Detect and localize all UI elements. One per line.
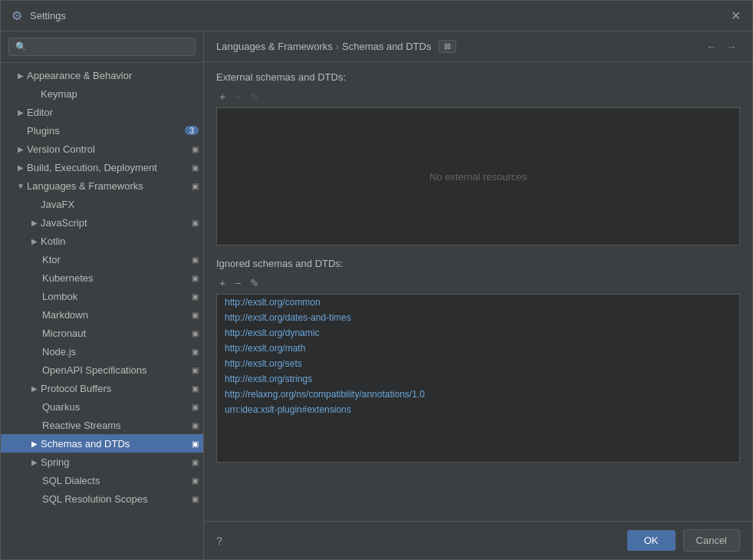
chevron-right-icon: ▶ (15, 108, 27, 117)
sidebar-item-quarkus[interactable]: Quarkus ▣ (1, 397, 203, 416)
sidebar-item-sql-dialects[interactable]: SQL Dialects ▣ (1, 471, 203, 489)
back-button[interactable]: ← (703, 41, 720, 53)
sidebar-item-micronaut[interactable]: Micronaut ▣ (1, 324, 203, 342)
sidebar-item-label: Keymap (41, 88, 203, 100)
sidebar-item-label: Schemas and DTDs (41, 438, 192, 450)
bottom-bar: ? OK Cancel (204, 521, 752, 559)
sidebar-item-plugins[interactable]: Plugins 3 (1, 121, 203, 140)
ignored-remove-button[interactable]: − (232, 275, 244, 291)
list-item[interactable]: urn:idea:xslt-plugin#extensions (217, 402, 739, 417)
sidebar-item-openapi[interactable]: OpenAPI Specifications ▣ (1, 361, 203, 379)
external-schemas-title: External schemas and DTDs: (216, 71, 740, 83)
sidebar-item-label: Node.js (42, 346, 192, 357)
help-button[interactable]: ? (216, 535, 222, 547)
breadcrumb-schemas: Schemas and DTDs (342, 41, 431, 52)
sidebar-item-label: Languages & Frameworks (27, 180, 192, 192)
external-remove-button[interactable]: − (232, 89, 244, 104)
list-item[interactable]: http://exslt.org/math (217, 341, 739, 356)
nav-tree: ▶ Appearance & Behavior Keymap ▶ Editor … (1, 63, 203, 559)
chevron-right-icon: ▶ (28, 440, 41, 448)
sidebar-item-reactive-streams[interactable]: Reactive Streams ▣ (1, 416, 203, 434)
sidebar-item-languages-frameworks[interactable]: ▼ Languages & Frameworks ▣ (1, 176, 203, 195)
sidebar-item-editor[interactable]: ▶ Editor (1, 103, 203, 121)
external-schemas-list: No external resources (216, 107, 740, 245)
main-content: ▶ Appearance & Behavior Keymap ▶ Editor … (1, 31, 752, 559)
ignored-edit-button[interactable]: ✎ (247, 275, 262, 291)
panel-body: External schemas and DTDs: + − ✎ No exte… (204, 62, 752, 521)
collapse-icon: ▣ (192, 384, 199, 393)
sidebar-item-label: Protocol Buffers (41, 383, 192, 394)
close-button[interactable]: ✕ (728, 8, 743, 23)
sidebar-item-schemas-dtds[interactable]: ▶ Schemas and DTDs ▣ (1, 434, 203, 453)
sidebar-item-protocol-buffers[interactable]: ▶ Protocol Buffers ▣ (1, 379, 203, 397)
sidebar-item-kubernetes[interactable]: Kubernetes ▣ (1, 268, 203, 287)
sidebar-item-lombok[interactable]: Lombok ▣ (1, 287, 203, 305)
breadcrumb-separator: › (336, 41, 339, 52)
sidebar-item-label: Kotlin (41, 236, 203, 247)
plugins-badge: 3 (185, 126, 199, 135)
chevron-right-icon: ▶ (28, 237, 41, 245)
sidebar-item-label: Ktor (42, 254, 192, 265)
breadcrumb: Languages & Frameworks › Schemas and DTD… (216, 40, 456, 53)
search-input[interactable] (8, 38, 196, 56)
sidebar-item-label: Build, Execution, Deployment (27, 162, 192, 173)
panel-navigation: ← → (703, 41, 740, 53)
external-edit-button[interactable]: ✎ (247, 89, 262, 104)
collapse-icon: ▣ (192, 476, 199, 485)
sidebar-item-label: OpenAPI Specifications (42, 364, 192, 376)
ignored-add-button[interactable]: + (216, 275, 229, 291)
sidebar-item-kotlin[interactable]: ▶ Kotlin (1, 232, 203, 250)
no-external-resources-text: No external resources (429, 171, 527, 183)
sidebar-item-build-execution[interactable]: ▶ Build, Execution, Deployment ▣ (1, 158, 203, 176)
chevron-right-icon: ▶ (15, 145, 27, 153)
sidebar-item-label: JavaScript (41, 217, 192, 229)
list-item[interactable]: http://exslt.org/dates-and-times (217, 310, 739, 325)
sidebar-item-keymap[interactable]: Keymap (1, 84, 203, 103)
sidebar-item-label: Editor (27, 107, 203, 118)
collapse-icon: ▣ (192, 458, 199, 466)
sidebar-item-spring[interactable]: ▶ Spring ▣ (1, 453, 203, 471)
title-bar: ⚙ Settings ✕ (1, 1, 752, 31)
right-panel: Languages & Frameworks › Schemas and DTD… (204, 31, 752, 559)
sidebar-item-label: Quarkus (42, 401, 192, 413)
chevron-right-icon: ▶ (15, 163, 27, 172)
sidebar-item-markdown[interactable]: Markdown ▣ (1, 305, 203, 324)
list-item[interactable]: http://exslt.org/sets (217, 356, 739, 371)
sidebar-item-label: SQL Dialects (42, 475, 192, 486)
sidebar-item-sql-resolution-scopes[interactable]: SQL Resolution Scopes ▣ (1, 489, 203, 508)
sidebar-item-label: Markdown (42, 309, 192, 321)
sidebar-item-label: Kubernetes (42, 272, 192, 284)
list-item[interactable]: http://exslt.org/common (217, 295, 739, 310)
collapse-icon: ▣ (192, 348, 199, 356)
sidebar-item-label: Plugins (27, 125, 185, 137)
sidebar-item-label: Appearance & Behavior (27, 70, 203, 81)
ok-button[interactable]: OK (627, 530, 676, 551)
search-bar (1, 31, 203, 63)
chevron-right-icon: ▶ (28, 384, 41, 393)
sidebar-item-javascript[interactable]: ▶ JavaScript ▣ (1, 213, 203, 232)
breadcrumb-languages: Languages & Frameworks (216, 41, 333, 52)
external-add-button[interactable]: + (216, 89, 229, 104)
list-item[interactable]: http://relaxng.org/ns/compatibility/anno… (217, 387, 739, 402)
cancel-button[interactable]: Cancel (683, 529, 740, 552)
breadcrumb-tab-button[interactable]: ⊠ (439, 40, 456, 53)
sidebar-item-label: SQL Resolution Scopes (42, 493, 192, 505)
collapse-icon: ▣ (192, 495, 199, 503)
sidebar-item-label: Version Control (27, 143, 192, 155)
collapse-icon: ▣ (192, 274, 199, 282)
collapse-icon: ▣ (192, 255, 199, 264)
external-schemas-toolbar: + − ✎ (216, 89, 740, 104)
sidebar-item-javafx[interactable]: JavaFX (1, 195, 203, 213)
sidebar-item-nodejs[interactable]: Node.js ▣ (1, 342, 203, 361)
forward-button[interactable]: → (723, 41, 740, 53)
sidebar-item-appearance-behavior[interactable]: ▶ Appearance & Behavior (1, 66, 203, 84)
list-item[interactable]: http://exslt.org/strings (217, 371, 739, 387)
ignored-schemas-title: Ignored schemas and DTDs: (216, 258, 740, 269)
chevron-right-icon: ▶ (15, 71, 27, 80)
collapse-icon: ▣ (192, 440, 199, 448)
list-item[interactable]: http://exslt.org/dynamic (217, 325, 739, 341)
sidebar-item-version-control[interactable]: ▶ Version Control ▣ (1, 140, 203, 158)
collapse-icon: ▣ (192, 145, 199, 153)
chevron-down-icon: ▼ (15, 182, 27, 190)
sidebar-item-ktor[interactable]: Ktor ▣ (1, 250, 203, 268)
